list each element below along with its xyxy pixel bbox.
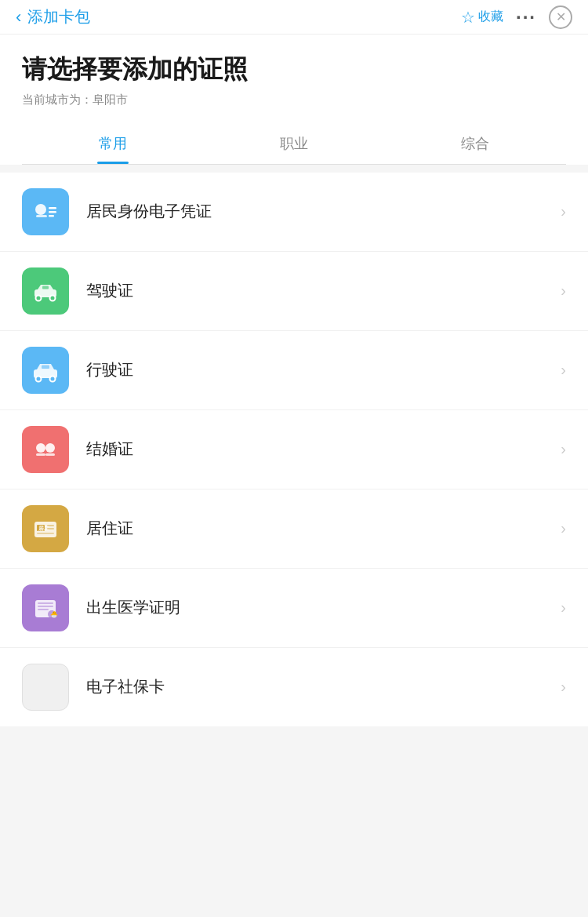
vehicle-license-svg — [28, 353, 63, 388]
svg-rect-2 — [49, 207, 56, 209]
svg-rect-3 — [49, 211, 56, 213]
svg-rect-1 — [36, 215, 47, 217]
list-item-vehicle-license[interactable]: 行驶证 › — [0, 331, 588, 410]
list-item-id-card[interactable]: 居民身份电子凭证 › — [0, 173, 588, 252]
marriage-cert-svg — [28, 432, 63, 467]
tab-bar: 常用 职业 综合 — [22, 123, 566, 165]
social-security-label: 电子社保卡 — [86, 676, 553, 697]
social-security-svg — [28, 670, 63, 704]
tab-common[interactable]: 常用 — [22, 123, 203, 164]
svg-rect-8 — [42, 286, 49, 289]
svg-text:🐣: 🐣 — [50, 610, 58, 618]
svg-rect-25 — [38, 606, 53, 607]
birth-cert-svg: 🐣 — [28, 591, 63, 625]
drivers-license-svg — [28, 274, 63, 308]
svg-rect-4 — [49, 215, 54, 217]
social-security-arrow: › — [561, 678, 566, 696]
svg-rect-12 — [42, 365, 49, 369]
tab-profession[interactable]: 职业 — [203, 123, 384, 164]
back-icon[interactable]: ‹ — [16, 9, 21, 26]
svg-rect-15 — [36, 453, 45, 456]
close-button[interactable]: ✕ — [549, 5, 572, 29]
birth-cert-icon: 🐣 — [22, 584, 69, 631]
bookmark-button[interactable]: ☆ 收藏 — [461, 8, 503, 27]
close-icon: ✕ — [556, 9, 566, 24]
marriage-cert-label: 结婚证 — [86, 438, 553, 460]
page-title: 请选择要添加的证照 — [22, 53, 566, 86]
svg-text:居二: 居二 — [38, 526, 49, 531]
drivers-license-icon — [22, 267, 69, 315]
more-button[interactable]: ··· — [516, 6, 536, 28]
list-item-social-security[interactable]: 电子社保卡 › — [0, 648, 588, 726]
svg-rect-26 — [38, 609, 49, 610]
nav-bar: ‹ 添加卡包 ☆ 收藏 ··· ✕ — [0, 0, 588, 35]
vehicle-license-arrow: › — [561, 361, 566, 379]
id-card-svg — [28, 195, 63, 229]
social-security-icon — [22, 664, 69, 711]
vehicle-license-icon — [22, 347, 69, 394]
svg-point-10 — [36, 376, 42, 381]
nav-left: ‹ 添加卡包 — [16, 6, 90, 27]
svg-point-0 — [35, 204, 46, 215]
page-subtitle: 当前城市为：阜阳市 — [22, 93, 566, 107]
svg-point-11 — [50, 376, 56, 381]
id-card-arrow: › — [561, 202, 566, 220]
nav-title[interactable]: 添加卡包 — [27, 6, 90, 27]
vehicle-license-label: 行驶证 — [86, 359, 553, 380]
drivers-license-label: 驾驶证 — [86, 280, 553, 301]
birth-cert-label: 出生医学证明 — [86, 597, 553, 618]
list-item-marriage-cert[interactable]: 结婚证 › — [0, 410, 588, 489]
svg-rect-21 — [37, 533, 54, 534]
svg-point-14 — [45, 443, 55, 453]
svg-point-13 — [36, 443, 45, 453]
page-header: 请选择要添加的证照 当前城市为：阜阳市 常用 职业 综合 — [0, 35, 588, 165]
bookmark-label: 收藏 — [478, 9, 503, 25]
cert-list: 居民身份电子凭证 › 驾驶证 › — [0, 173, 588, 726]
list-item-residence-permit[interactable]: 居二 居住证 › — [0, 489, 588, 569]
list-item-drivers-license[interactable]: 驾驶证 › — [0, 252, 588, 331]
nav-right: ☆ 收藏 ··· ✕ — [461, 5, 572, 29]
residence-permit-arrow: › — [561, 519, 566, 537]
tab-comprehensive[interactable]: 综合 — [385, 123, 566, 164]
svg-rect-16 — [45, 453, 55, 456]
id-card-icon — [22, 188, 69, 235]
residence-permit-label: 居住证 — [86, 518, 553, 539]
svg-point-6 — [36, 295, 42, 300]
svg-rect-24 — [38, 602, 53, 604]
list-item-birth-cert[interactable]: 🐣 出生医学证明 › — [0, 569, 588, 648]
star-icon: ☆ — [461, 8, 475, 27]
drivers-license-arrow: › — [561, 282, 566, 300]
residence-permit-icon: 居二 — [22, 505, 69, 552]
residence-permit-svg: 居二 — [28, 511, 63, 546]
svg-point-7 — [50, 295, 56, 300]
marriage-cert-icon — [22, 426, 69, 473]
birth-cert-arrow: › — [561, 599, 566, 617]
marriage-cert-arrow: › — [561, 440, 566, 458]
id-card-label: 居民身份电子凭证 — [86, 201, 553, 222]
